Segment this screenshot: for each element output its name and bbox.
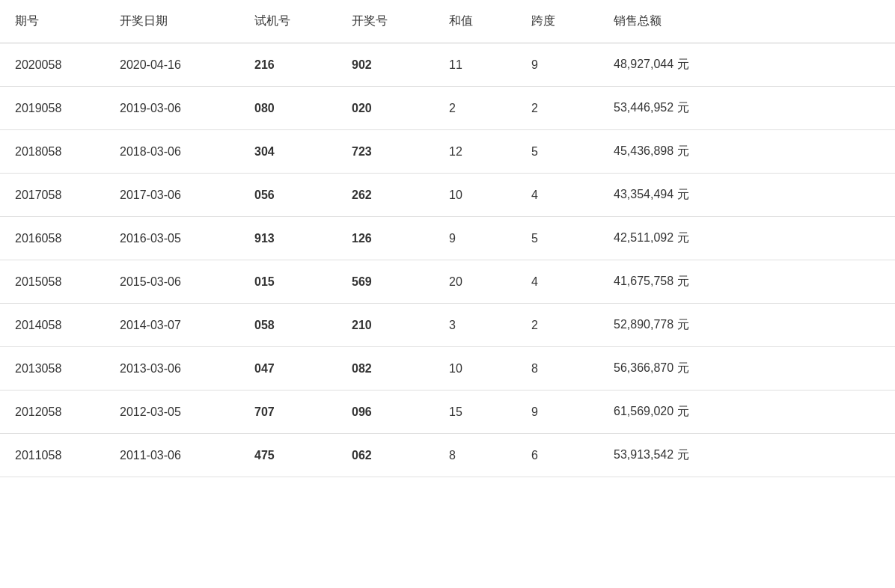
cell-date: 2017-03-06	[105, 174, 239, 217]
cell-hezhi: 11	[434, 43, 516, 87]
table-row: 20160582016-03-059131269542,511,092 元	[0, 217, 895, 260]
cell-kuadu: 5	[516, 130, 599, 174]
cell-hezhi: 20	[434, 260, 516, 304]
cell-kuadu: 2	[516, 304, 599, 347]
cell-date: 2014-03-07	[105, 304, 239, 347]
cell-date: 2012-03-05	[105, 391, 239, 434]
cell-shiji: 304	[239, 130, 337, 174]
cell-shiji: 015	[239, 260, 337, 304]
cell-kaijia: 082	[337, 347, 434, 391]
cell-kuadu: 2	[516, 87, 599, 130]
cell-date: 2020-04-16	[105, 43, 239, 87]
cell-qihao: 2014058	[0, 304, 105, 347]
cell-qihao: 2011058	[0, 434, 105, 477]
cell-sales: 43,354,494 元	[599, 174, 895, 217]
table-row: 20140582014-03-070582103252,890,778 元	[0, 304, 895, 347]
cell-kaijia: 569	[337, 260, 434, 304]
cell-kaijia: 020	[337, 87, 434, 130]
cell-kaijia: 902	[337, 43, 434, 87]
cell-kuadu: 4	[516, 174, 599, 217]
cell-date: 2011-03-06	[105, 434, 239, 477]
table-row: 20110582011-03-064750628653,913,542 元	[0, 434, 895, 477]
header-shiji: 试机号	[239, 0, 337, 43]
cell-kuadu: 9	[516, 391, 599, 434]
table-row: 20190582019-03-060800202253,446,952 元	[0, 87, 895, 130]
cell-sales: 52,890,778 元	[599, 304, 895, 347]
table-row: 20130582013-03-0604708210856,366,870 元	[0, 347, 895, 391]
cell-sales: 42,511,092 元	[599, 217, 895, 260]
cell-shiji: 080	[239, 87, 337, 130]
header-date: 开奖日期	[105, 0, 239, 43]
cell-shiji: 047	[239, 347, 337, 391]
cell-sales: 53,446,952 元	[599, 87, 895, 130]
main-container: 期号 开奖日期 试机号 开奖号 和值 跨度 销售总额 20200582020-0…	[0, 0, 895, 588]
cell-kaijia: 210	[337, 304, 434, 347]
cell-kaijia: 262	[337, 174, 434, 217]
cell-kaijia: 723	[337, 130, 434, 174]
cell-sales: 56,366,870 元	[599, 347, 895, 391]
cell-shiji: 707	[239, 391, 337, 434]
cell-qihao: 2013058	[0, 347, 105, 391]
cell-hezhi: 10	[434, 174, 516, 217]
cell-hezhi: 12	[434, 130, 516, 174]
cell-date: 2015-03-06	[105, 260, 239, 304]
cell-hezhi: 8	[434, 434, 516, 477]
header-kaijia: 开奖号	[337, 0, 434, 43]
cell-kaijia: 096	[337, 391, 434, 434]
table-row: 20200582020-04-1621690211948,927,044 元	[0, 43, 895, 87]
cell-kuadu: 9	[516, 43, 599, 87]
header-qihao: 期号	[0, 0, 105, 43]
cell-shiji: 913	[239, 217, 337, 260]
cell-hezhi: 2	[434, 87, 516, 130]
cell-kuadu: 6	[516, 434, 599, 477]
cell-qihao: 2020058	[0, 43, 105, 87]
cell-kuadu: 5	[516, 217, 599, 260]
header-kuadu: 跨度	[516, 0, 599, 43]
header-hezhi: 和值	[434, 0, 516, 43]
cell-shiji: 216	[239, 43, 337, 87]
cell-date: 2016-03-05	[105, 217, 239, 260]
cell-sales: 48,927,044 元	[599, 43, 895, 87]
table-row: 20180582018-03-0630472312545,436,898 元	[0, 130, 895, 174]
cell-qihao: 2018058	[0, 130, 105, 174]
cell-kuadu: 4	[516, 260, 599, 304]
cell-kaijia: 062	[337, 434, 434, 477]
cell-hezhi: 10	[434, 347, 516, 391]
cell-qihao: 2015058	[0, 260, 105, 304]
cell-date: 2018-03-06	[105, 130, 239, 174]
cell-kuadu: 8	[516, 347, 599, 391]
table-row: 20150582015-03-0601556920441,675,758 元	[0, 260, 895, 304]
cell-date: 2019-03-06	[105, 87, 239, 130]
cell-sales: 53,913,542 元	[599, 434, 895, 477]
table-row: 20120582012-03-0570709615961,569,020 元	[0, 391, 895, 434]
header-sales: 销售总额	[599, 0, 895, 43]
cell-hezhi: 9	[434, 217, 516, 260]
cell-kaijia: 126	[337, 217, 434, 260]
cell-qihao: 2019058	[0, 87, 105, 130]
cell-shiji: 475	[239, 434, 337, 477]
cell-hezhi: 3	[434, 304, 516, 347]
cell-qihao: 2016058	[0, 217, 105, 260]
cell-sales: 45,436,898 元	[599, 130, 895, 174]
cell-qihao: 2012058	[0, 391, 105, 434]
cell-shiji: 058	[239, 304, 337, 347]
table-header-row: 期号 开奖日期 试机号 开奖号 和值 跨度 销售总额	[0, 0, 895, 43]
cell-shiji: 056	[239, 174, 337, 217]
lottery-table: 期号 开奖日期 试机号 开奖号 和值 跨度 销售总额 20200582020-0…	[0, 0, 895, 477]
cell-hezhi: 15	[434, 391, 516, 434]
cell-sales: 61,569,020 元	[599, 391, 895, 434]
cell-qihao: 2017058	[0, 174, 105, 217]
cell-sales: 41,675,758 元	[599, 260, 895, 304]
cell-date: 2013-03-06	[105, 347, 239, 391]
table-row: 20170582017-03-0605626210443,354,494 元	[0, 174, 895, 217]
